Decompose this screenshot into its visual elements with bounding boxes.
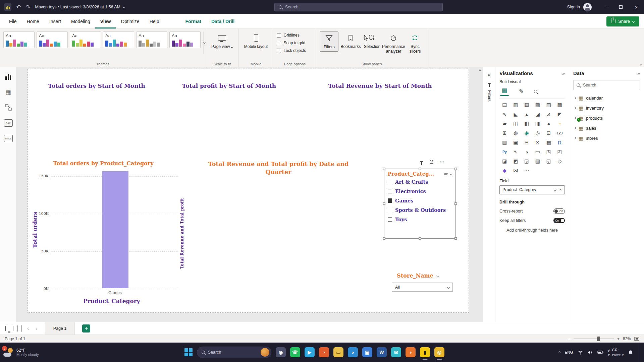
minimize-button[interactable]: – bbox=[598, 0, 613, 14]
theme-card[interactable]: Aa bbox=[103, 32, 134, 48]
expand-chevron-icon[interactable] bbox=[574, 127, 576, 129]
theme-card[interactable]: Aa bbox=[169, 32, 201, 48]
mobile-view-icon[interactable] bbox=[17, 325, 22, 332]
firefox-browser[interactable]: ◑ bbox=[406, 347, 416, 357]
menu-item[interactable]: Data / Drill bbox=[206, 14, 239, 28]
filters-button[interactable]: Filters bbox=[320, 32, 338, 52]
product-category-slicer[interactable]: Product_Categ... Art & Crafts bbox=[384, 169, 456, 239]
resize-handle[interactable] bbox=[419, 237, 421, 240]
resize-handle[interactable] bbox=[383, 168, 385, 170]
tab-format-visual[interactable]: ✎ bbox=[519, 88, 524, 95]
tray-overflow-icon[interactable] bbox=[558, 351, 560, 354]
pie-chart-icon[interactable]: ◨ bbox=[533, 120, 542, 128]
edge[interactable]: ◕ bbox=[348, 347, 358, 357]
matrix-icon[interactable]: ▦ bbox=[544, 139, 553, 146]
slicer-item[interactable]: Art & Crafts bbox=[388, 177, 452, 186]
theme-card[interactable]: Aa bbox=[3, 32, 35, 48]
line-and-stacked-column-icon[interactable]: ◢ bbox=[533, 111, 542, 118]
themes-expand-button[interactable] bbox=[203, 32, 206, 54]
custom-visual-icon[interactable]: ◇ bbox=[555, 158, 564, 165]
kpi-icon[interactable]: ▣ bbox=[511, 139, 520, 146]
area-chart-icon[interactable]: ◣ bbox=[511, 111, 520, 118]
100-stacked-column-chart-icon[interactable]: ▩ bbox=[555, 101, 564, 109]
get-more-visuals-icon[interactable]: ⋯ bbox=[522, 167, 531, 175]
menu-item[interactable]: Optimize bbox=[116, 14, 144, 28]
next-page-arrow[interactable]: › bbox=[34, 325, 39, 331]
page-tab[interactable]: Page 1 bbox=[45, 322, 75, 335]
focus-mode-icon[interactable] bbox=[429, 160, 434, 164]
ribbon-checkbox[interactable]: Gridlines bbox=[277, 33, 306, 38]
report-view-button[interactable] bbox=[4, 72, 13, 81]
stacked-bar-chart-icon[interactable]: ▤ bbox=[500, 101, 509, 109]
expand-chevron-icon[interactable] bbox=[574, 107, 576, 109]
theme-card[interactable]: Aa bbox=[37, 32, 68, 48]
power-bi[interactable]: ▮ bbox=[420, 347, 430, 357]
sign-in-link[interactable]: Sign in bbox=[567, 5, 580, 9]
menu-item[interactable]: View bbox=[95, 14, 116, 28]
firefox[interactable]: ◔ bbox=[319, 347, 329, 357]
resize-handle[interactable] bbox=[454, 237, 457, 240]
line-chart-icon[interactable]: ∿ bbox=[500, 111, 509, 118]
canvas-scrollbar[interactable]: ▲ bbox=[478, 67, 482, 322]
wifi-icon[interactable] bbox=[578, 350, 583, 355]
waterfall-chart-icon[interactable]: ▰ bbox=[500, 120, 509, 128]
power-apps-icon[interactable]: ◲ bbox=[522, 158, 531, 165]
qa-visual-icon[interactable]: ▭ bbox=[533, 148, 542, 156]
start-button[interactable] bbox=[184, 348, 193, 356]
key-influencers-icon[interactable]: ∿ bbox=[511, 148, 520, 156]
desktop-view-icon[interactable] bbox=[5, 326, 13, 331]
whatsapp[interactable]: ☏ bbox=[290, 347, 300, 357]
python-visual-icon[interactable]: Py bbox=[500, 148, 509, 156]
scroll-up-icon[interactable]: ▲ bbox=[478, 68, 482, 322]
fit-to-page-icon[interactable] bbox=[634, 337, 639, 341]
remove-field-icon[interactable]: × bbox=[559, 187, 562, 192]
stacked-column-chart-icon[interactable]: ▥ bbox=[511, 101, 520, 109]
power-automate-icon[interactable]: ▨ bbox=[533, 158, 542, 165]
multi-row-card-icon[interactable]: ▥ bbox=[500, 139, 509, 146]
global-search-input[interactable]: Search bbox=[274, 3, 443, 11]
ribbon-chart-icon[interactable]: ◤ bbox=[555, 111, 564, 118]
collapse-ribbon-icon[interactable]: ˄ bbox=[640, 63, 642, 66]
expand-chevron-icon[interactable] bbox=[574, 137, 576, 139]
inventory[interactable]: ▦✓ inventory bbox=[573, 103, 640, 113]
custom-visual-3-icon[interactable]: ⋈ bbox=[511, 167, 520, 175]
resize-handle[interactable] bbox=[419, 168, 421, 170]
filled-map-icon[interactable]: ◍ bbox=[511, 129, 520, 137]
photos-app[interactable]: ◉ bbox=[276, 347, 286, 357]
zoom-slider[interactable] bbox=[574, 339, 614, 339]
clock[interactable]: ٧:٤٠ م ٢٠٢٥/٧/١٧ bbox=[608, 347, 624, 357]
more-options-icon[interactable]: ⋯ bbox=[439, 159, 445, 165]
clustered-bar-chart-icon[interactable]: ▦ bbox=[522, 101, 531, 109]
slicer-icon[interactable]: ⊟ bbox=[522, 139, 531, 146]
zoom-in-button[interactable]: + bbox=[617, 337, 620, 341]
r-script-visual-icon[interactable]: R bbox=[555, 139, 564, 146]
chevron-down-icon[interactable] bbox=[436, 274, 439, 277]
ribbon-checkbox[interactable]: Snap to grid bbox=[277, 41, 306, 45]
zoom-out-button[interactable]: – bbox=[568, 337, 570, 341]
expand-chevron-icon[interactable] bbox=[574, 117, 576, 119]
resize-handle[interactable] bbox=[383, 202, 385, 205]
clustered-column-chart-icon[interactable]: ▧ bbox=[533, 101, 542, 109]
decomposition-tree-icon[interactable]: ◑ bbox=[522, 148, 531, 156]
table-view-button[interactable]: ▦ bbox=[4, 88, 13, 97]
weather-widget[interactable]: 2 62°F Mostly cloudy bbox=[0, 348, 70, 357]
resize-handle[interactable] bbox=[454, 168, 457, 170]
data-search-input[interactable]: Search bbox=[573, 80, 640, 90]
close-button[interactable]: × bbox=[629, 0, 644, 14]
chrome[interactable]: ◎ bbox=[434, 347, 444, 357]
smart-narrative-icon[interactable]: ◳ bbox=[544, 148, 553, 156]
window-title[interactable]: Maven toys • Last saved: 3/8/2026 at 1:5… bbox=[35, 5, 125, 9]
slicer-item[interactable]: Games bbox=[388, 196, 452, 205]
menu-item[interactable]: Modeling bbox=[66, 14, 95, 28]
slicer-item[interactable]: Sports & Outdoors bbox=[388, 205, 452, 215]
language-indicator[interactable]: ENG bbox=[565, 350, 573, 354]
file-explorer[interactable]: ▭ bbox=[333, 347, 343, 357]
sales[interactable]: ▦✓ sales bbox=[573, 123, 640, 133]
new-page-button[interactable]: + bbox=[82, 324, 90, 333]
previous-page-arrow[interactable]: ‹ bbox=[26, 325, 30, 331]
menu-item[interactable]: File bbox=[4, 14, 22, 28]
dax-query-view-button[interactable]: DAX bbox=[4, 119, 13, 127]
telegram[interactable]: ▶ bbox=[305, 347, 315, 357]
menu-item[interactable]: Help bbox=[145, 14, 164, 28]
resize-handle[interactable] bbox=[454, 202, 457, 205]
